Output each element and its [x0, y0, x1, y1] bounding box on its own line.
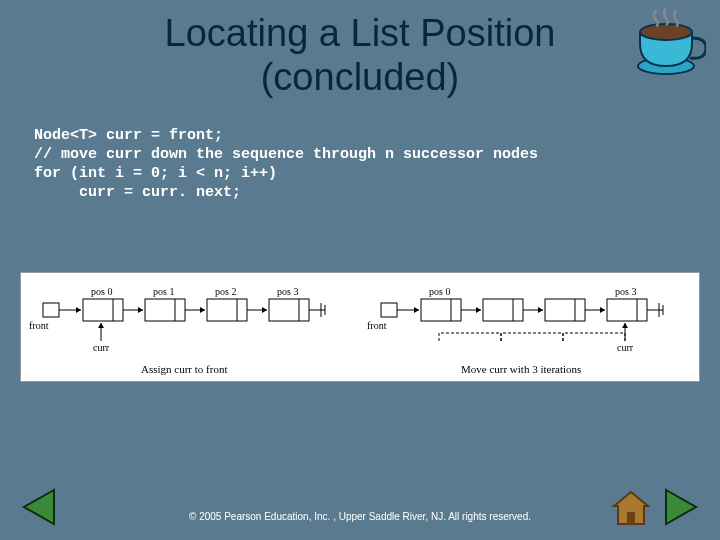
- front-label-right: front: [367, 320, 387, 331]
- title-line-2: (concluded): [261, 56, 460, 98]
- linked-list-diagram: front pos 0 pos 1 pos 2: [20, 272, 700, 382]
- svg-marker-45: [622, 323, 628, 328]
- home-button[interactable]: [610, 486, 652, 532]
- svg-rect-27: [421, 299, 461, 321]
- svg-rect-13: [207, 299, 247, 321]
- svg-rect-9: [145, 299, 185, 321]
- pos-label: pos 0: [429, 286, 450, 297]
- svg-rect-17: [269, 299, 309, 321]
- pos-label: pos 1: [153, 286, 174, 297]
- svg-marker-26: [414, 307, 419, 313]
- svg-rect-48: [627, 512, 635, 524]
- svg-marker-8: [138, 307, 143, 313]
- diagram-caption-right: Move curr with 3 iterations: [461, 363, 581, 375]
- curr-label-right: curr: [617, 342, 634, 353]
- svg-marker-4: [76, 307, 81, 313]
- svg-marker-12: [200, 307, 205, 313]
- svg-rect-24: [381, 303, 397, 317]
- next-slide-button[interactable]: [660, 486, 702, 532]
- svg-marker-38: [600, 307, 605, 313]
- curr-label-left: curr: [93, 342, 110, 353]
- pos-label: pos 2: [215, 286, 236, 297]
- svg-rect-31: [483, 299, 523, 321]
- coffee-cup-icon: [626, 4, 706, 84]
- code-snippet: Node<T> curr = front; // move curr down …: [0, 99, 720, 202]
- svg-marker-34: [538, 307, 543, 313]
- svg-rect-5: [83, 299, 123, 321]
- svg-marker-46: [24, 490, 54, 524]
- svg-rect-2: [43, 303, 59, 317]
- previous-slide-button[interactable]: [18, 486, 60, 532]
- svg-marker-16: [262, 307, 267, 313]
- slide-title: Locating a List Position (concluded): [0, 0, 720, 99]
- svg-rect-39: [607, 299, 647, 321]
- front-label-left: front: [29, 320, 49, 331]
- pos-label: pos 3: [277, 286, 298, 297]
- pos-label: pos 3: [615, 286, 636, 297]
- svg-point-1: [640, 24, 692, 40]
- title-line-1: Locating a List Position: [165, 12, 556, 54]
- pos-label: pos 0: [91, 286, 112, 297]
- svg-marker-30: [476, 307, 481, 313]
- svg-rect-35: [545, 299, 585, 321]
- svg-marker-23: [98, 323, 104, 328]
- svg-marker-49: [666, 490, 696, 524]
- diagram-caption-left: Assign curr to front: [141, 363, 227, 375]
